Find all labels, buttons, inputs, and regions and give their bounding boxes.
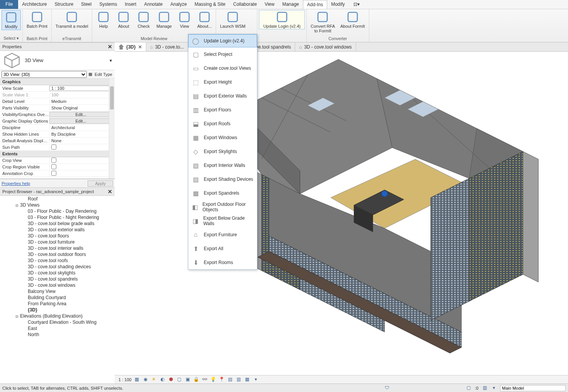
tree-node[interactable]: Building Courtyard [0,294,115,301]
tree-node[interactable]: 3D - cove.tool skylights [0,270,115,276]
menu-systems[interactable]: Systems [95,0,121,9]
prop-value[interactable] [49,164,115,170]
ribbon-button[interactable]: Transmit a model [53,10,91,29]
prop-value[interactable] [49,158,115,163]
prop-value[interactable]: Edit... [49,118,111,124]
menu-analyze[interactable]: Analyze [167,0,191,9]
dropdown-item[interactable]: ▢Select Project [188,47,257,61]
dropdown-item[interactable]: ⬓Export Roofs [188,117,257,131]
temp-hide-icon[interactable]: 👓 [202,377,208,383]
ribbon-button[interactable]: Launch WSM [218,10,248,29]
tree-node[interactable]: 3D - cove.tool exterior walls [0,227,115,233]
menu-file[interactable]: File [0,0,18,9]
ribbon-button[interactable]: About [114,10,133,29]
prop-row[interactable]: Visibility/Graphics Overri...Edit... [0,111,115,118]
render-icon[interactable]: ⬢ [168,377,174,383]
prop-value[interactable]: 1 : 100 [49,86,111,91]
tree-node[interactable]: North [0,331,115,338]
prop-row[interactable]: Parts VisibilityShow Original [0,105,115,111]
assembly-icon[interactable]: ▦ [244,377,250,383]
scrollbar[interactable] [109,79,115,178]
view-tab[interactable]: ⌂3D - cove.to... [146,42,188,51]
menu-modify[interactable]: Modify [327,0,348,9]
prop-value[interactable]: Show Original [49,106,115,110]
tree-node[interactable]: 3D - cove.tool outdoor floors [0,251,115,257]
tree-node[interactable]: Roof [0,196,115,202]
dropdown-item[interactable]: ⬇Export Rooms [188,256,257,269]
prop-row[interactable]: Scale Value 1:100 [0,92,115,98]
menu-addins[interactable]: Add-Ins [303,0,327,9]
menu-manage[interactable]: Manage [278,0,303,9]
tree-node[interactable]: {3D} [0,307,115,313]
instance-selector[interactable]: 3D View: {3D} [2,71,87,78]
workset-selector[interactable] [500,385,566,391]
prop-value[interactable]: By Discipline [49,132,115,136]
ribbon-button[interactable]: Modify [2,10,21,30]
tree-node[interactable]: 3D - cove.tool windows [0,282,115,288]
edit-type-button[interactable]: Edit Type [92,72,115,77]
tree-node[interactable]: Balcony View [0,288,115,294]
dropdown-item[interactable]: ▨Export Shading Devices [188,172,257,186]
tree-node[interactable]: 3D - cove.tool spandrels [0,276,115,282]
apply-button[interactable]: Apply [88,180,113,187]
tree-node[interactable]: 3D - cove.tool below grade walls [0,220,115,227]
prop-value[interactable]: Architectural [49,125,115,130]
3d-viewport[interactable] [115,52,568,374]
tree-node[interactable]: ⊟Elevations (Building Elevation) [0,313,115,319]
dropdown-item[interactable]: ▥Export Floors [188,103,257,117]
tree-node[interactable]: 03 - Floor Public - Day Rendering [0,208,115,214]
prop-value[interactable]: Edit... [49,112,111,117]
tree-node[interactable]: ⊟3D Views [0,202,115,208]
prop-value[interactable]: None [49,138,115,143]
shadows-icon[interactable]: ◐ [159,377,166,383]
worksets-icon[interactable]: 🛡 [384,385,390,391]
ribbon-button[interactable]: Convert RFAto FormIt [308,10,337,34]
tree-node[interactable]: From Parking Area [0,301,115,307]
properties-close-icon[interactable]: ✕ [108,44,112,50]
prop-row[interactable]: Crop Region Visible [0,164,115,170]
ribbon-button[interactable]: About FormIt [338,10,367,29]
menu-collaborate[interactable]: Collaborate [229,0,260,9]
pin-icon[interactable]: 📍 [219,377,225,383]
prop-row[interactable]: Show Hidden LinesBy Discipline [0,131,115,138]
prop-row[interactable]: Sun Path [0,144,115,151]
menu-architecture[interactable]: Architecture [18,0,51,9]
scale-display[interactable]: 1 : 100 [118,377,132,382]
close-icon[interactable]: ✕ [138,44,142,50]
tree-node[interactable]: 3D - cove.tool furniture [0,239,115,245]
prop-section-header[interactable]: Graphics⌄ [0,79,115,85]
ribbon-options-icon[interactable]: ⊡▾ [350,0,363,9]
dropdown-item[interactable]: ◇Export Skylights [188,145,257,158]
menu-view[interactable]: View [261,0,279,9]
dropdown-item[interactable]: ▦Export Windows [188,131,257,145]
ribbon-button[interactable]: Check [134,10,153,29]
prop-value[interactable]: 100 [49,93,115,97]
dropdown-item[interactable]: ⬆Export All [188,242,257,256]
prop-value[interactable] [49,145,115,150]
reveal-icon[interactable]: 💡 [210,377,216,383]
tree-node[interactable]: 3D - cove.tool interior walls [0,245,115,251]
prop-section-header[interactable]: Extents⌄ [0,151,115,157]
options-icon[interactable]: ▾ [253,377,259,383]
dropdown-item[interactable]: ◧Export Outdoor Floor Objects [188,200,257,214]
ribbon-button[interactable]: View [175,10,194,29]
dropdown-item[interactable]: ▩Export Spandrels [188,186,257,200]
tree-node[interactable]: 03 - Floor Public - Night Rendering [0,214,115,220]
ribbon-button[interactable]: Batch Print [24,10,50,29]
worksharing-icon[interactable]: ▤ [227,377,233,383]
editable-icon[interactable]: ▾ [491,385,497,391]
view-tab[interactable]: ⌂3D - cove.tool windows [295,42,356,51]
dropdown-item[interactable]: ⌂Export Furniture [188,228,257,242]
ribbon-button[interactable]: About... [195,10,214,29]
lock-icon[interactable]: 🔒 [193,377,199,383]
sun-icon[interactable]: ☀ [151,377,157,383]
ribbon-button[interactable]: Help [94,10,113,29]
visual-style-icon[interactable]: ◉ [142,377,149,383]
prop-row[interactable]: Default Analysis Display ...None [0,138,115,144]
prop-row[interactable]: View Scale1 : 100 [0,85,115,92]
prop-row[interactable]: Crop View [0,157,115,164]
dropdown-item[interactable]: ▤Export Exterior Walls [188,89,257,103]
detail-icon[interactable]: ▦ [134,377,140,383]
prop-row[interactable]: DisciplineArchitectural [0,124,115,131]
properties-type-selector[interactable]: 3D View ▾ [0,51,115,70]
